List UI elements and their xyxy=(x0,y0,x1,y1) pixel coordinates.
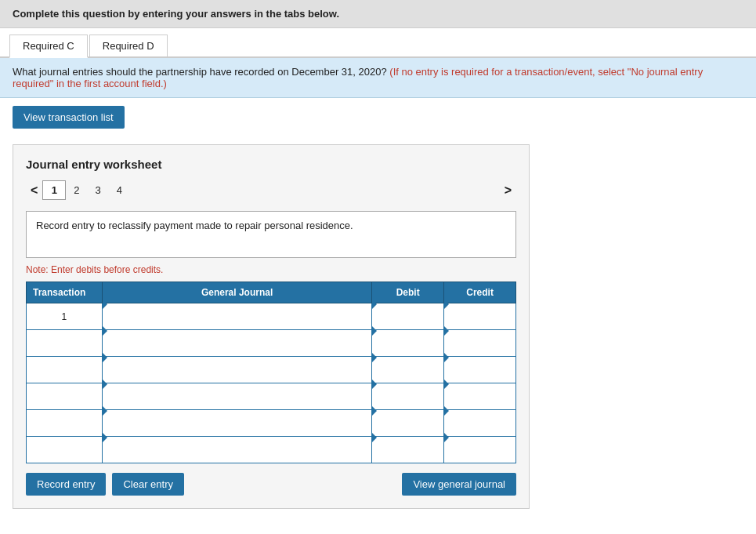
transaction-num-3 xyxy=(27,357,103,383)
tab-required-c[interactable]: Required C xyxy=(9,35,88,58)
debit-input-cell-3[interactable] xyxy=(372,357,444,383)
record-entry-button[interactable]: Record entry xyxy=(26,473,106,496)
clear-entry-button[interactable]: Clear entry xyxy=(112,473,184,496)
table-row xyxy=(27,330,516,357)
table-row xyxy=(27,437,516,463)
table-row xyxy=(27,410,516,437)
debit-input-cell-4[interactable] xyxy=(372,383,444,410)
journal-input-cell-6[interactable] xyxy=(102,437,371,463)
journal-input-cell-3[interactable] xyxy=(102,357,371,383)
journal-input-cell-5[interactable] xyxy=(102,410,371,437)
table-row xyxy=(27,383,516,410)
journal-input-6[interactable] xyxy=(103,443,371,469)
col-header-general-journal: General Journal xyxy=(102,282,371,303)
debit-input-cell-6[interactable] xyxy=(372,437,444,463)
debit-input-cell-2[interactable] xyxy=(372,330,444,357)
worksheet-container: Journal entry worksheet < 1 2 3 4 > Reco… xyxy=(13,144,530,509)
tab-required-d[interactable]: Required D xyxy=(89,35,168,56)
page-4[interactable]: 4 xyxy=(109,181,130,199)
worksheet-title: Journal entry worksheet xyxy=(26,158,516,171)
credit-input-cell-5[interactable] xyxy=(444,410,516,437)
transaction-num-6 xyxy=(27,437,103,463)
debit-input-cell-1[interactable] xyxy=(372,303,444,330)
col-header-debit: Debit xyxy=(372,282,444,303)
question-box: What journal entries should the partners… xyxy=(0,58,756,98)
pagination: < 1 2 3 4 > xyxy=(26,180,516,200)
credit-input-cell-2[interactable] xyxy=(444,330,516,357)
journal-input-cell-1[interactable] xyxy=(102,303,371,330)
journal-table: Transaction General Journal Debit Credit… xyxy=(26,282,516,463)
page-2[interactable]: 2 xyxy=(66,181,87,199)
question-main: What journal entries should the partners… xyxy=(13,66,387,78)
page-1[interactable]: 1 xyxy=(42,180,66,200)
credit-input-cell-1[interactable] xyxy=(444,303,516,330)
note-text: Note: Enter debits before credits. xyxy=(26,264,516,275)
view-general-journal-button[interactable]: View general journal xyxy=(402,473,516,496)
bottom-buttons: Record entry Clear entry View general jo… xyxy=(26,473,516,496)
transaction-num-1: 1 xyxy=(27,303,103,330)
table-row: 1 xyxy=(27,303,516,330)
transaction-num-5 xyxy=(27,410,103,437)
col-header-credit: Credit xyxy=(444,282,516,303)
credit-input-cell-3[interactable] xyxy=(444,357,516,383)
tabs-bar: Required C Required D xyxy=(0,28,756,58)
top-instruction: Complete this question by entering your … xyxy=(0,0,756,28)
debit-input-6[interactable] xyxy=(372,443,443,469)
transaction-num-4 xyxy=(27,383,103,410)
left-buttons: Record entry Clear entry xyxy=(26,473,184,496)
transaction-num-2 xyxy=(27,330,103,357)
credit-input-6[interactable] xyxy=(444,443,515,469)
col-header-transaction: Transaction xyxy=(27,282,103,303)
next-page-button[interactable]: > xyxy=(500,182,516,199)
journal-input-cell-2[interactable] xyxy=(102,330,371,357)
view-transaction-btn-container: View transaction list xyxy=(13,106,125,129)
entry-description: Record entry to reclassify payment made … xyxy=(26,211,516,258)
page-3[interactable]: 3 xyxy=(88,181,109,199)
credit-input-cell-6[interactable] xyxy=(444,437,516,463)
view-transaction-list-button[interactable]: View transaction list xyxy=(13,106,125,129)
debit-input-cell-5[interactable] xyxy=(372,410,444,437)
journal-input-cell-4[interactable] xyxy=(102,383,371,410)
table-row xyxy=(27,357,516,383)
prev-page-button[interactable]: < xyxy=(26,182,42,199)
credit-input-cell-4[interactable] xyxy=(444,383,516,410)
